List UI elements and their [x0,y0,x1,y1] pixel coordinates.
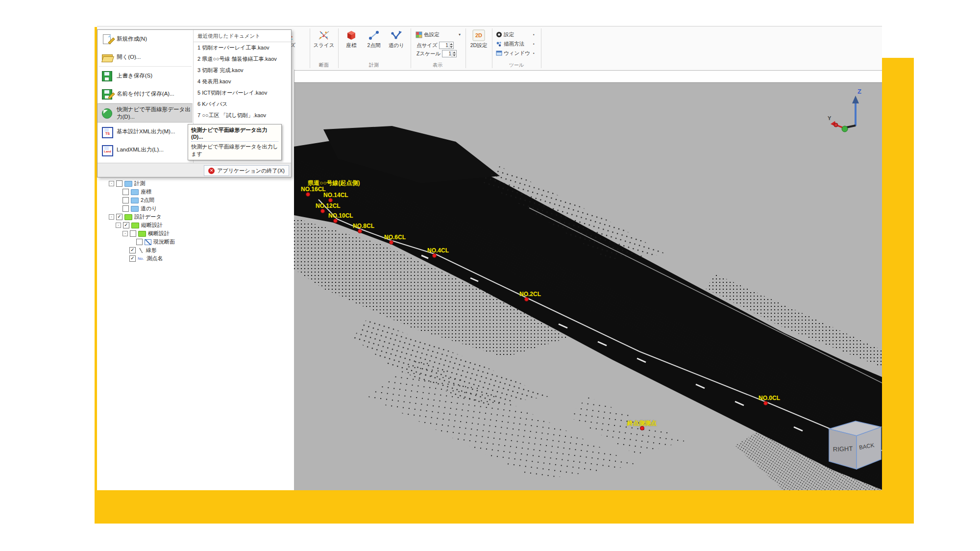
tree-node-coordinate[interactable]: 座標 [109,188,285,196]
two-point-icon [368,29,380,41]
station-marker [432,253,437,258]
collapse-icon[interactable]: - [116,223,121,228]
menu-item-label: 快測ナビで平面線形データ出力(D)... [117,106,193,121]
tree-node-twopoint[interactable]: 2点間 [109,196,285,204]
station-label: NO.4CL [427,247,449,254]
tree-label: 縦断設計 [141,222,163,229]
collapse-icon[interactable]: - [122,231,128,236]
route-end-label: 終点側測点 [627,419,657,427]
two-point-button[interactable]: 2点間 [363,28,385,59]
highlight-frame-bottom [95,490,914,524]
color-settings-label: 色設定 [424,31,440,38]
draw-method-icon [496,41,502,47]
station-label: NO.0CL [759,395,780,401]
checkbox-checked[interactable]: ✓ [129,255,136,262]
checkbox-unchecked[interactable] [130,230,136,237]
menu-item-open[interactable]: 開く(O)... [98,48,193,66]
file-menu-items: 新規作成(N) 開く(O)... 上書き保存(S) 名前を付けて保存(A)...… [98,30,193,163]
station-marker [306,192,310,197]
stepper-arrows[interactable] [449,43,453,49]
folder-icon [131,206,139,212]
recent-document-item[interactable]: 4 発表用.kaov [194,76,291,87]
chevron-down-icon[interactable]: ▾ [459,32,461,37]
path-distance-button[interactable]: 道のり [385,28,408,59]
new-document-icon [101,33,113,45]
zscale-stepper[interactable]: 1 [442,50,457,57]
station-marker [640,426,644,430]
folder-icon [124,214,132,220]
tree-node-distance[interactable]: 道のり [109,204,285,213]
coordinate-button[interactable]: 座標 [340,28,363,59]
menu-item-save-as[interactable]: 名前を付けて保存(A)... [98,85,193,103]
checkbox-unchecked[interactable] [136,239,143,245]
point-size-stepper[interactable]: 1 [439,42,454,49]
alignment-icon [138,248,144,253]
tree-node-cross-design[interactable]: - 横断設計 [109,229,285,238]
tree-label: 横断設計 [148,230,170,237]
tree-label: 道のり [141,205,157,212]
axis-z-label: Z [858,88,861,95]
folder-icon [131,198,139,203]
checkbox-unchecked[interactable] [122,189,129,195]
application-screenshot: 0 ノイズ スライス 断面 [0,0,980,551]
ts-xml-icon: TS [101,126,113,138]
stepper-arrows[interactable] [452,51,456,57]
slice-icon [318,29,330,41]
chevron-down-icon[interactable]: ▪ [533,42,535,46]
checkbox-unchecked[interactable] [116,180,122,187]
recent-document-item[interactable]: 6 Kバイパス [194,99,291,110]
tree-node-design-data[interactable]: - ✓ 設計データ [109,213,285,221]
menu-item-save[interactable]: 上書き保存(S) [98,67,193,85]
tree-node-measure[interactable]: - 計測 [109,179,285,188]
recent-document-item[interactable]: 7 ○○工区 「試し切削」.kaov [194,110,291,121]
chevron-down-icon[interactable]: ▪ [533,51,535,55]
recent-document-item[interactable]: 1 切削オーバーレイ工事.kaov [194,42,291,53]
section-icon [145,239,151,245]
tree-node-alignment[interactable]: ✓ 線形 [109,246,285,254]
color-settings-button[interactable]: 色設定 ▾ [416,31,440,38]
window-icon [496,50,502,56]
two-point-label: 2点間 [363,42,385,49]
menu-item-landxml-export[interactable]: Land LandXML出力(L)... [98,141,193,159]
collapse-icon[interactable]: - [109,181,114,186]
tree-node-station-name[interactable]: ✓ No. 測点名 [109,254,285,263]
draw-method-button[interactable]: 描画方法 ▪ [496,40,524,48]
collapse-icon[interactable]: - [109,214,114,220]
checkbox-unchecked[interactable] [122,205,129,212]
recent-document-item[interactable]: 2 県道○○号線 舗装修繕工事.kaov [194,53,291,65]
point-cloud-viewport[interactable]: Z Y RIGHT BACK 県道○○号線(起点側) NO.16CL NO.14… [294,82,882,491]
folder-icon [138,231,146,237]
recent-document-item[interactable]: 5 ICT切削オーバーレイ.kaov [194,87,291,99]
tree-node-current-section[interactable]: 現況断面 [109,238,285,246]
menu-item-basic-xml-export[interactable]: TS 基本設計XML出力(M)... [98,123,193,141]
view-cube[interactable]: RIGHT BACK [829,421,881,469]
save-icon [101,70,113,82]
group-name-display: 表示 [411,62,465,69]
tree-label: 設計データ [134,213,162,221]
menu-item-new[interactable]: 新規作成(N) [98,30,193,48]
checkbox-unchecked[interactable] [122,197,129,203]
tooltip-body: 快測ナビで平面線形データを出力します [191,141,278,158]
axis-y-label: Y [828,115,832,121]
chevron-down-icon[interactable]: ▪ [533,32,535,37]
tree-label: 2点間 [141,197,154,204]
window-button[interactable]: ウィンドウ ▪ [496,50,530,57]
window-label: ウィンドウ [504,50,530,57]
menu-footer: ✕ アプリケーションの終了(X) [98,163,291,177]
settings-button[interactable]: 設定 ▪ [496,31,514,38]
exit-application-button[interactable]: ✕ アプリケーションの終了(X) [204,165,289,176]
recent-document-item[interactable]: 3 切削署 完成.kaov [194,65,291,76]
point-cloud-scene: Z Y RIGHT BACK [294,83,882,491]
slice-button[interactable]: スライス [312,28,336,59]
station-label: NO.14CL [323,192,348,199]
station-no-icon: No. [138,256,145,261]
2d-settings-button[interactable]: 2D 2D設定 [467,28,490,59]
ribbon-separator [492,28,492,68]
2d-settings-label: 2D設定 [467,42,490,49]
checkbox-checked[interactable]: ✓ [123,222,129,228]
menu-item-export-alignment[interactable]: 快測ナビで平面線形データ出力(D)... [98,103,193,123]
tree-node-profile-design[interactable]: - ✓ 縦断設計 [109,221,285,229]
checkbox-checked[interactable]: ✓ [116,214,122,220]
ribbon-separator [466,28,466,68]
checkbox-checked[interactable]: ✓ [129,247,136,253]
